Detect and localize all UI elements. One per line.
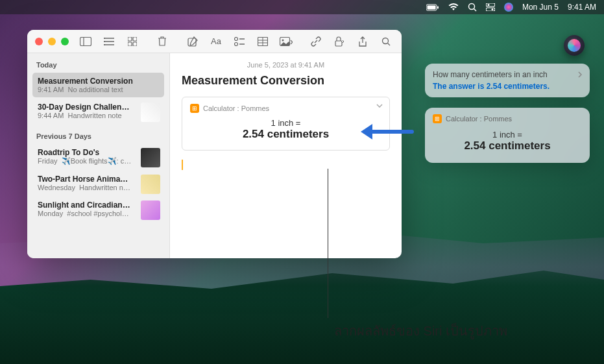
svg-point-22	[235, 37, 238, 40]
note-item[interactable]: 30-Day Design Challen… 9:44 AM Handwritt…	[32, 99, 164, 123]
notes-window: Aa Today Measurement Conversion 9:41 AM …	[27, 30, 402, 258]
siri-button[interactable]	[564, 35, 585, 56]
svg-rect-17	[128, 37, 132, 41]
svg-line-34	[388, 43, 391, 45]
grid-view-icon[interactable]	[125, 34, 140, 49]
battery-icon[interactable]	[426, 4, 439, 11]
calculator-icon: ⊞	[190, 104, 199, 113]
calc-result: 2.54 centimeters	[433, 140, 582, 152]
lock-icon[interactable]	[332, 34, 347, 49]
drag-arrow	[361, 122, 413, 141]
note-thumbnail	[141, 148, 160, 167]
media-icon[interactable]	[278, 34, 294, 49]
note-title: 30-Day Design Challen…	[38, 103, 138, 112]
calculator-icon: ⊞	[433, 114, 442, 123]
calc-equation: 1 inch =	[433, 130, 582, 140]
editor-date: June 5, 2023 at 9:41 AM	[182, 61, 390, 69]
svg-rect-7	[486, 8, 495, 11]
trash-icon[interactable]	[154, 34, 170, 49]
control-center-icon[interactable]	[486, 3, 495, 11]
svg-point-31	[282, 39, 284, 41]
svg-point-15	[104, 41, 105, 42]
note-thumbnail	[141, 103, 160, 122]
sidebar-section-today: Today	[32, 58, 164, 71]
calc-source: Calculator : Pommes	[203, 104, 269, 112]
menubar-date[interactable]: Mon Jun 5	[522, 3, 559, 12]
minimize-button[interactable]	[48, 38, 56, 45]
close-button[interactable]	[35, 38, 43, 45]
svg-line-4	[474, 9, 476, 12]
note-meta: Wednesday Handwritten n…	[38, 184, 138, 191]
svg-rect-19	[128, 42, 132, 46]
spotlight-icon[interactable]	[468, 3, 477, 12]
note-item[interactable]: Sunlight and Circadian… Monday #school #…	[32, 197, 164, 221]
svg-rect-5	[486, 3, 495, 6]
share-icon[interactable]	[355, 34, 370, 49]
siri-calculator-card[interactable]: ⊞ Calculator : Pommes 1 inch = 2.54 cent…	[425, 108, 590, 163]
menubar-time[interactable]: 9:41 AM	[568, 3, 596, 12]
calc-equation: 1 inch =	[190, 118, 381, 128]
note-meta: Monday #school #psychol…	[38, 210, 138, 217]
link-icon[interactable]	[308, 34, 324, 49]
search-icon[interactable]	[378, 34, 394, 49]
text-cursor	[182, 160, 183, 170]
menubar: Mon Jun 5 9:41 AM	[0, 0, 604, 14]
siri-icon[interactable]	[504, 3, 513, 12]
siri-query[interactable]: How many centimeters in an inch	[433, 70, 582, 79]
svg-point-24	[235, 42, 238, 45]
svg-point-6	[487, 4, 489, 6]
callout-line	[328, 169, 328, 318]
note-item[interactable]: Roadtrip To Do's Friday ✈️Book flights✈️…	[32, 144, 164, 169]
note-title: Two-Part Horse Anima…	[38, 175, 138, 184]
note-meta: 9:41 AM No additional text	[38, 86, 159, 93]
svg-rect-20	[133, 42, 137, 46]
callout-text: ลากผลลัพธ์ของ Siri เป็นรูปภาพ	[334, 321, 507, 341]
chevron-right-icon	[578, 71, 582, 78]
svg-rect-18	[133, 37, 137, 41]
note-meta: 9:44 AM Handwritten note	[38, 112, 138, 119]
note-item[interactable]: Measurement Conversion 9:41 AM No additi…	[32, 73, 164, 97]
svg-rect-32	[335, 41, 342, 46]
note-title: Roadtrip To Do's	[38, 148, 138, 157]
siri-orb-icon	[568, 39, 581, 52]
table-icon[interactable]	[255, 34, 271, 49]
sidebar-section-prev: Previous 7 Days	[32, 130, 164, 143]
format-icon[interactable]: Aa	[208, 34, 224, 49]
wifi-icon[interactable]	[448, 3, 459, 11]
chevron-down-icon[interactable]	[376, 104, 383, 108]
note-title: Measurement Conversion	[38, 77, 159, 86]
note-thumbnail	[141, 200, 160, 220]
svg-rect-9	[80, 37, 91, 45]
notes-body: Today Measurement Conversion 9:41 AM No …	[27, 53, 402, 258]
note-title: Sunlight and Circadian…	[38, 200, 138, 210]
titlebar: Aa	[27, 30, 402, 53]
note-item[interactable]: Two-Part Horse Anima… Wednesday Handwrit…	[32, 171, 164, 195]
editor-title[interactable]: Measurement Conversion	[182, 74, 390, 88]
editor[interactable]: June 5, 2023 at 9:41 AM Measurement Conv…	[170, 53, 402, 258]
checklist-icon[interactable]	[232, 34, 247, 49]
calc-header: ⊞ Calculator : Pommes	[190, 104, 381, 113]
svg-point-3	[468, 4, 474, 10]
siri-response-panel[interactable]: How many centimeters in an inch The answ…	[425, 64, 590, 97]
svg-point-14	[104, 38, 105, 39]
note-meta: Friday ✈️Book flights✈️: c…	[38, 157, 138, 165]
calc-result: 2.54 centimeters	[190, 128, 381, 141]
sidebar-toggle-icon[interactable]	[78, 34, 93, 49]
compose-icon[interactable]	[185, 34, 200, 49]
svg-point-33	[383, 38, 389, 43]
svg-point-16	[104, 44, 105, 45]
calculator-card[interactable]: ⊞ Calculator : Pommes 1 inch = 2.54 cent…	[182, 97, 390, 151]
svg-rect-2	[437, 6, 439, 8]
svg-point-8	[491, 8, 493, 10]
note-thumbnail	[141, 175, 160, 194]
traffic-lights	[35, 38, 69, 45]
zoom-button[interactable]	[61, 38, 69, 45]
svg-rect-1	[427, 5, 435, 9]
calc-header: ⊞ Calculator : Pommes	[433, 114, 582, 123]
sidebar: Today Measurement Conversion 9:41 AM No …	[27, 53, 170, 258]
siri-answer: The answer is 2.54 centimeters.	[433, 82, 582, 91]
list-view-icon[interactable]	[101, 34, 117, 49]
calc-source: Calculator : Pommes	[446, 115, 512, 123]
